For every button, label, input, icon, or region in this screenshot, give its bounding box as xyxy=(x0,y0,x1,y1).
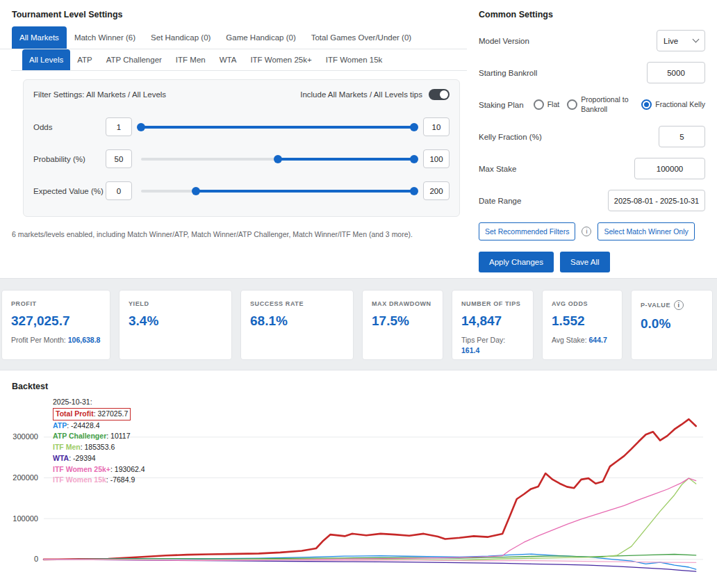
kelly-fraction-row: Kelly Fraction (%) xyxy=(479,126,705,147)
stat-value: 68.1% xyxy=(250,313,344,329)
p-value-info-icon[interactable]: i xyxy=(674,300,684,310)
tab-all-markets[interactable]: All Markets xyxy=(12,26,67,49)
action-buttons: Apply Changes Save All xyxy=(479,252,705,272)
filter-shortcut-buttons: Set Recommended Filters i Select Match W… xyxy=(479,222,705,240)
backtest-chart[interactable]: 010000020000030000003 Aug10 Aug17 Aug24 … xyxy=(6,397,711,588)
apply-changes-button[interactable]: Apply Changes xyxy=(479,252,554,272)
starting-bankroll-input[interactable] xyxy=(647,62,705,83)
odds-min-input[interactable] xyxy=(106,117,132,136)
stat-sub: Tips Per Day:161.4 xyxy=(461,335,524,356)
tab-itf-women-15k[interactable]: ITF Women 15k xyxy=(319,49,390,70)
tooltip-date: 2025-10-31: xyxy=(53,397,145,408)
filter-box: Filter Settings: All Markets / All Level… xyxy=(23,79,460,217)
svg-text:0: 0 xyxy=(34,555,38,563)
max-stake-label: Max Stake xyxy=(479,165,516,173)
include-tips-toggle[interactable] xyxy=(429,89,450,100)
stat-label: PROFIT xyxy=(11,300,101,307)
tooltip-row-itf-men: ITF Men: 185353.6 xyxy=(53,442,145,453)
svg-text:100000: 100000 xyxy=(13,514,38,523)
tournament-level-settings-panel: Tournament Level Settings All Markets Ma… xyxy=(0,0,467,278)
odds-max-input[interactable] xyxy=(423,117,450,136)
probability-slider-max-handle[interactable] xyxy=(410,155,418,163)
chart-tooltip: 2025-10-31: Total Profit: 327025.7 ATP: … xyxy=(53,397,145,486)
expected-value-filter-row: Expected Value (%) xyxy=(24,177,459,204)
probability-max-input[interactable] xyxy=(423,149,450,168)
common-settings-title: Common Settings xyxy=(479,10,705,19)
tab-itf-men[interactable]: ITF Men xyxy=(169,49,213,70)
stat-label: MAX DRAWDOWN xyxy=(372,300,434,307)
backtest-title: Backtest xyxy=(12,382,711,391)
slider-fill xyxy=(196,190,414,193)
tab-game-handicap[interactable]: Game Handicap (0) xyxy=(218,26,303,49)
tooltip-row-itf-women-15k: ITF Women 15k: -7684.9 xyxy=(53,475,145,486)
odds-slider-min-handle[interactable] xyxy=(137,123,145,131)
info-icon[interactable]: i xyxy=(582,227,591,236)
level-tabs: All Levels ATP ATP Challenger ITF Men WT… xyxy=(11,49,467,71)
stat-card-max-drawdown: MAX DRAWDOWN 17.5% xyxy=(362,290,443,360)
toggle-knob xyxy=(440,90,448,99)
date-range-input[interactable] xyxy=(608,190,705,211)
tournament-panel-title: Tournament Level Settings xyxy=(12,10,467,19)
staking-plan-row: Staking Plan Flat Proportional to Bankro… xyxy=(479,94,705,115)
stat-value: 327,025.7 xyxy=(11,313,101,329)
expected-value-min-input[interactable] xyxy=(106,181,132,200)
expected-value-slider-max-handle[interactable] xyxy=(410,187,418,195)
staking-option-fractional-kelly[interactable]: Fractional Kelly xyxy=(641,99,705,110)
probability-filter-row: Probability (%) xyxy=(24,145,459,172)
odds-slider[interactable] xyxy=(141,122,414,132)
save-all-button[interactable]: Save All xyxy=(560,252,610,272)
starting-bankroll-label: Starting Bankroll xyxy=(479,69,537,77)
stat-card-number-of-tips: NUMBER OF TIPS 14,847 Tips Per Day:161.4 xyxy=(452,290,534,360)
probability-slider[interactable] xyxy=(141,154,414,164)
radio-icon xyxy=(534,99,544,110)
odds-slider-max-handle[interactable] xyxy=(410,123,418,131)
tab-match-winner[interactable]: Match Winner (6) xyxy=(67,26,143,49)
odds-filter-row: Odds xyxy=(24,113,459,140)
common-settings-panel: Common Settings Model Version Live Start… xyxy=(467,0,717,278)
kelly-fraction-input[interactable] xyxy=(659,126,705,147)
probability-label: Probability (%) xyxy=(33,155,106,163)
tab-set-handicap[interactable]: Set Handicap (0) xyxy=(143,26,218,49)
tab-wta[interactable]: WTA xyxy=(213,49,244,70)
tab-atp-challenger[interactable]: ATP Challenger xyxy=(99,49,169,70)
staking-option-flat[interactable]: Flat xyxy=(534,99,560,110)
tab-atp[interactable]: ATP xyxy=(70,49,99,70)
staking-plan-options: Flat Proportional to Bankroll Fractional… xyxy=(534,95,705,113)
stat-card-profit: PROFIT 327,025.7 Profit Per Month: 106,6… xyxy=(1,290,110,360)
expected-value-slider[interactable] xyxy=(141,186,414,196)
include-tips-toggle-group: Include All Markets / All Levels tips xyxy=(300,89,450,100)
staking-plan-label: Staking Plan xyxy=(479,101,524,109)
market-tabs: All Markets Match Winner (6) Set Handica… xyxy=(0,26,467,49)
tab-all-levels[interactable]: All Levels xyxy=(22,49,70,70)
chevron-down-icon xyxy=(693,36,700,43)
select-match-winner-only-button[interactable]: Select Match Winner Only xyxy=(598,222,694,240)
tooltip-row-wta: WTA: -29394 xyxy=(53,453,145,464)
max-stake-row: Max Stake xyxy=(479,158,705,179)
probability-min-input[interactable] xyxy=(106,149,132,168)
staking-option-proportional[interactable]: Proportional to Bankroll xyxy=(567,95,634,113)
model-version-value: Live xyxy=(664,37,678,45)
stat-label: P-VALUEi xyxy=(641,300,703,310)
expected-value-label: Expected Value (%) xyxy=(33,187,106,195)
max-stake-input[interactable] xyxy=(634,158,705,179)
model-version-label: Model Version xyxy=(479,37,529,45)
expected-value-max-input[interactable] xyxy=(423,181,450,200)
set-recommended-filters-button[interactable]: Set Recommended Filters xyxy=(479,222,575,240)
starting-bankroll-row: Starting Bankroll xyxy=(479,62,705,83)
tab-itf-women-25k[interactable]: ITF Women 25k+ xyxy=(243,49,318,70)
probability-slider-min-handle[interactable] xyxy=(274,155,282,163)
stats-row: PROFIT 327,025.7 Profit Per Month: 106,6… xyxy=(1,290,716,360)
model-version-select[interactable]: Live xyxy=(657,30,705,51)
settings-section: Tournament Level Settings All Markets Ma… xyxy=(0,0,717,279)
tab-total-games-over-under[interactable]: Total Games Over/Under (0) xyxy=(304,26,419,49)
stat-card-avg-odds: AVG ODDS 1.552 Avg Stake: 644.7 xyxy=(542,290,623,360)
stat-label: SUCCESS RATE xyxy=(250,300,344,307)
svg-text:200000: 200000 xyxy=(13,473,38,482)
page: Tournament Level Settings All Markets Ma… xyxy=(0,0,717,588)
expected-value-slider-min-handle[interactable] xyxy=(192,187,200,195)
stat-label: YIELD xyxy=(129,300,222,307)
backtest-panel: Backtest 010000020000030000003 Aug10 Aug… xyxy=(0,370,717,588)
slider-fill xyxy=(278,158,415,161)
model-version-row: Model Version Live xyxy=(479,30,705,51)
stat-sub: Profit Per Month: 106,638.8 xyxy=(11,335,101,345)
